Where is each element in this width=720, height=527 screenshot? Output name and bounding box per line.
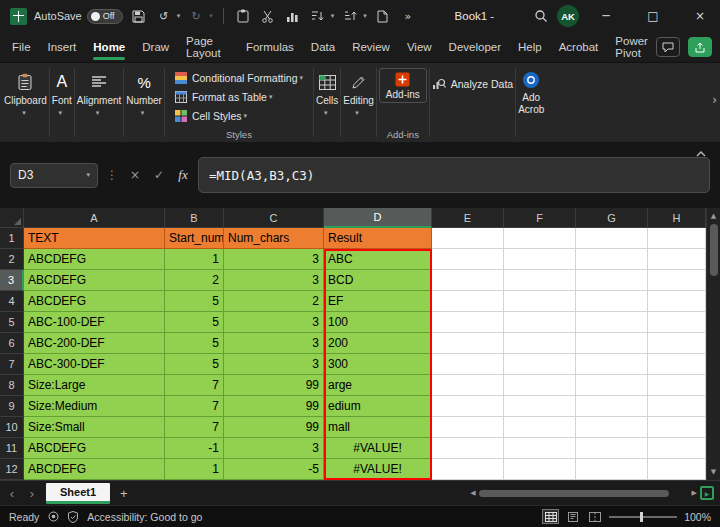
cell-B12[interactable]: 1: [165, 459, 224, 480]
cell-C10[interactable]: 99: [224, 417, 324, 438]
row-header-4[interactable]: 4: [0, 291, 24, 312]
cell-B2[interactable]: 1: [165, 249, 224, 270]
cell-H6[interactable]: [648, 333, 706, 354]
column-header-G[interactable]: G: [576, 208, 648, 228]
cell-E4[interactable]: [432, 291, 504, 312]
row-header-6[interactable]: 6: [0, 333, 24, 354]
cell-E7[interactable]: [432, 354, 504, 375]
cell-G7[interactable]: [576, 354, 648, 375]
cell-styles-button[interactable]: Cell Styles ▾: [175, 106, 247, 125]
undo-icon[interactable]: ↺: [155, 5, 173, 27]
sheet-tab-sheet1[interactable]: Sheet1: [46, 483, 110, 504]
sort-ascending-icon[interactable]: [309, 5, 327, 27]
share-button[interactable]: [688, 37, 712, 57]
column-header-D[interactable]: D: [324, 208, 432, 228]
cell-C5[interactable]: 3: [224, 312, 324, 333]
ribbon-group-font[interactable]: A Font ▾: [52, 63, 72, 142]
cell-C11[interactable]: 3: [224, 438, 324, 459]
cell-D1[interactable]: Result: [324, 228, 432, 249]
addins-button[interactable]: Add-ins: [379, 68, 427, 103]
cell-A11[interactable]: ABCDEFG: [24, 438, 165, 459]
cell-B8[interactable]: 7: [165, 375, 224, 396]
cell-D3[interactable]: BCD: [324, 270, 432, 291]
cell-A9[interactable]: Size:Medium: [24, 396, 165, 417]
scroll-right-edge-button[interactable]: ▶: [700, 486, 714, 500]
sort-descending-icon[interactable]: [341, 5, 359, 27]
menu-tab-page-layout[interactable]: Page Layout: [186, 32, 229, 62]
cell-C1[interactable]: Num_chars: [224, 228, 324, 249]
menu-tab-power-pivot[interactable]: Power Pivot: [615, 32, 656, 62]
cell-A12[interactable]: ABCDEFG: [24, 459, 165, 480]
cell-A4[interactable]: ABCDEFG: [24, 291, 165, 312]
cancel-icon[interactable]: ×: [126, 168, 144, 182]
cell-D9[interactable]: edium: [324, 396, 432, 417]
column-header-E[interactable]: E: [432, 208, 504, 228]
row-header-10[interactable]: 10: [0, 417, 24, 438]
menu-tab-formulas[interactable]: Formulas: [246, 32, 294, 62]
close-button[interactable]: ×: [680, 0, 720, 32]
ribbon-group-editing[interactable]: Editing ▾: [343, 63, 374, 142]
row-header-2[interactable]: 2: [0, 249, 24, 270]
sort-descending-chevron-icon[interactable]: ▾: [363, 12, 367, 20]
cell-D7[interactable]: 300: [324, 354, 432, 375]
macro-record-icon[interactable]: [48, 511, 59, 522]
add-sheet-icon[interactable]: +: [120, 486, 128, 501]
normal-view-icon[interactable]: [543, 510, 558, 523]
cell-H8[interactable]: [648, 375, 706, 396]
ribbon-group-cells[interactable]: Cells ▾: [316, 63, 338, 142]
autosave-toggle[interactable]: AutoSave Off: [34, 9, 123, 24]
cell-F10[interactable]: [504, 417, 576, 438]
cell-B10[interactable]: 7: [165, 417, 224, 438]
autosave-switch[interactable]: Off: [87, 9, 123, 24]
cell-E10[interactable]: [432, 417, 504, 438]
formula-bar-splitter[interactable]: ⋮: [106, 168, 118, 182]
cell-F5[interactable]: [504, 312, 576, 333]
more-commands-icon[interactable]: »: [399, 5, 417, 27]
cell-G1[interactable]: [576, 228, 648, 249]
column-header-B[interactable]: B: [165, 208, 224, 228]
cell-D10[interactable]: mall: [324, 417, 432, 438]
accessibility-status[interactable]: Accessibility: Good to go: [87, 511, 202, 523]
cell-G12[interactable]: [576, 459, 648, 480]
row-header-8[interactable]: 8: [0, 375, 24, 396]
cell-F7[interactable]: [504, 354, 576, 375]
select-all-corner[interactable]: [0, 208, 24, 228]
menu-tab-data[interactable]: Data: [311, 32, 335, 62]
cell-H3[interactable]: [648, 270, 706, 291]
cell-E5[interactable]: [432, 312, 504, 333]
cell-G11[interactable]: [576, 438, 648, 459]
cell-C3[interactable]: 3: [224, 270, 324, 291]
cell-E11[interactable]: [432, 438, 504, 459]
row-header-11[interactable]: 11: [0, 438, 24, 459]
cell-A8[interactable]: Size:Large: [24, 375, 165, 396]
menu-tab-acrobat[interactable]: Acrobat: [559, 32, 599, 62]
ribbon-group-number[interactable]: % Number ▾: [126, 63, 162, 142]
save-icon[interactable]: [130, 5, 148, 27]
cell-G6[interactable]: [576, 333, 648, 354]
ribbon-more-icon[interactable]: ›: [712, 93, 717, 107]
formula-input[interactable]: =MID(A3,B3,C3): [198, 157, 710, 193]
cell-C6[interactable]: 3: [224, 333, 324, 354]
search-icon[interactable]: [532, 5, 550, 27]
column-header-H[interactable]: H: [648, 208, 706, 228]
menu-tab-file[interactable]: File: [12, 32, 31, 62]
cell-F3[interactable]: [504, 270, 576, 291]
analyze-data-button[interactable]: Analyze Data: [432, 77, 513, 91]
sheet-nav-prev-icon[interactable]: ‹: [6, 486, 18, 501]
cell-F4[interactable]: [504, 291, 576, 312]
cell-G8[interactable]: [576, 375, 648, 396]
cell-F9[interactable]: [504, 396, 576, 417]
row-header-5[interactable]: 5: [0, 312, 24, 333]
name-box[interactable]: D3 ▾: [10, 163, 98, 188]
horizontal-scrollbar[interactable]: ◀ ▶ ▶: [470, 486, 714, 500]
cell-H10[interactable]: [648, 417, 706, 438]
page-break-view-icon[interactable]: [587, 510, 602, 523]
cell-D4[interactable]: EF: [324, 291, 432, 312]
cell-H12[interactable]: [648, 459, 706, 480]
menu-tab-insert[interactable]: Insert: [48, 32, 77, 62]
cell-C7[interactable]: 3: [224, 354, 324, 375]
cell-E12[interactable]: [432, 459, 504, 480]
sort-ascending-chevron-icon[interactable]: ▾: [331, 12, 335, 20]
cell-B6[interactable]: 5: [165, 333, 224, 354]
cell-C4[interactable]: 2: [224, 291, 324, 312]
